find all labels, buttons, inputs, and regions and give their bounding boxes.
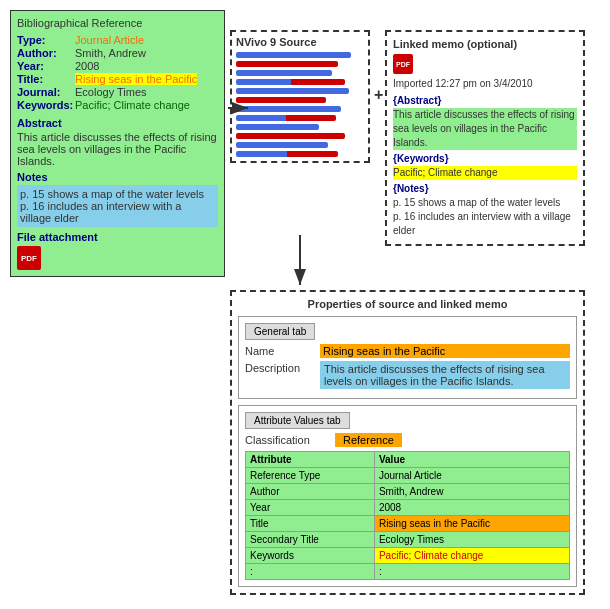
table-row: Reference TypeJournal Article	[246, 468, 570, 484]
type-value: Journal Article	[75, 34, 144, 46]
notes-line1: p. 15 shows a map of the water levels	[20, 188, 215, 200]
nvivo-line-4	[236, 79, 345, 85]
attr-cell: Keywords	[246, 548, 375, 564]
name-label: Name	[245, 344, 320, 357]
attr-col-header: Attribute	[246, 452, 375, 468]
nvivo-line-9	[236, 124, 319, 130]
main-container: Bibliographical Reference Type: Journal …	[0, 0, 610, 609]
value-cell: Rising seas in the Pacific	[374, 516, 569, 532]
classification-badge: Reference	[335, 433, 402, 447]
biblio-year-row: Year: 2008	[17, 60, 218, 72]
value-cell: :	[374, 564, 569, 580]
author-value: Smith, Andrew	[75, 47, 146, 59]
attr-cell: Title	[246, 516, 375, 532]
name-value: Rising seas in the Pacific	[320, 344, 570, 358]
memo-pdf-icon: PDF	[393, 54, 413, 74]
year-label: Year:	[17, 60, 75, 72]
name-row: Name Rising seas in the Pacific	[245, 344, 570, 358]
memo-notes-line1: p. 15 shows a map of the water levels	[393, 196, 577, 210]
type-label: Type:	[17, 34, 75, 46]
nvivo-line-11	[236, 142, 328, 148]
nvivo-line-10	[236, 133, 345, 139]
attr-cell: Secondary Title	[246, 532, 375, 548]
notes-label: Notes	[17, 171, 218, 183]
journal-label: Journal:	[17, 86, 75, 98]
value-cell: Journal Article	[374, 468, 569, 484]
nvivo-line-1	[236, 52, 351, 58]
biblio-fields: Type: Journal Article Author: Smith, And…	[17, 34, 218, 111]
description-label: Description	[245, 361, 320, 374]
linked-memo-title: Linked memo (optional)	[393, 38, 577, 50]
attr-section: Attribute Values tab Classification Refe…	[238, 405, 577, 587]
nvivo-title: NVivo 9 Source	[236, 36, 364, 48]
memo-abstract-text: This article discusses the effects of ri…	[393, 108, 577, 150]
value-cell: Pacific; Climate change	[374, 548, 569, 564]
table-row: AuthorSmith, Andrew	[246, 484, 570, 500]
attr-table: Attribute Value Reference TypeJournal Ar…	[245, 451, 570, 580]
table-row: Secondary TitleEcology Times	[246, 532, 570, 548]
nvivo-box: NVivo 9 Source	[230, 30, 370, 163]
svg-text:+: +	[374, 86, 383, 103]
table-row: ::	[246, 564, 570, 580]
abstract-text: This article discusses the effects of ri…	[17, 131, 218, 167]
memo-notes-section: {Notes}	[393, 182, 577, 196]
keywords-value: Pacific; Climate change	[75, 99, 190, 111]
value-cell: 2008	[374, 500, 569, 516]
biblio-title-row: Title: Rising seas in the Pacific	[17, 73, 218, 85]
attr-cell: :	[246, 564, 375, 580]
table-row: KeywordsPacific; Climate change	[246, 548, 570, 564]
nvivo-line-2	[236, 61, 338, 67]
value-cell: Smith, Andrew	[374, 484, 569, 500]
nvivo-line-3	[236, 70, 332, 76]
properties-box: Properties of source and linked memo Gen…	[230, 290, 585, 595]
title-value: Rising seas in the Pacific	[75, 73, 197, 85]
nvivo-lines	[236, 52, 364, 157]
classification-label: Classification	[245, 434, 335, 446]
biblio-type-row: Type: Journal Article	[17, 34, 218, 46]
pdf-icon: PDF	[17, 246, 41, 270]
memo-notes-line2: p. 16 includes an interview with a villa…	[393, 210, 577, 238]
biblio-box: Bibliographical Reference Type: Journal …	[10, 10, 225, 277]
title-label: Title:	[17, 73, 75, 85]
notes-text: p. 15 shows a map of the water levels p.…	[17, 185, 218, 227]
nvivo-line-7	[236, 106, 341, 112]
memo-abstract-section: {Abstract}	[393, 94, 577, 108]
memo-keywords-text: Pacific; Climate change	[393, 166, 577, 180]
file-label: File attachment	[17, 231, 218, 243]
biblio-title: Bibliographical Reference	[17, 17, 218, 29]
nvivo-line-5	[236, 88, 349, 94]
attr-cell: Reference Type	[246, 468, 375, 484]
nvivo-line-8	[236, 115, 336, 121]
memo-content: Imported 12:27 pm on 3/4/2010 {Abstract}…	[393, 77, 577, 238]
nvivo-line-6	[236, 97, 326, 103]
keywords-label: Keywords:	[17, 99, 75, 111]
biblio-author-row: Author: Smith, Andrew	[17, 47, 218, 59]
memo-date: Imported 12:27 pm on 3/4/2010	[393, 77, 577, 91]
table-row: Year2008	[246, 500, 570, 516]
abstract-label: Abstract	[17, 117, 218, 129]
year-value: 2008	[75, 60, 99, 72]
linked-memo-box: Linked memo (optional) PDF Imported 12:2…	[385, 30, 585, 246]
table-row: TitleRising seas in the Pacific	[246, 516, 570, 532]
biblio-journal-row: Journal: Ecology Times	[17, 86, 218, 98]
biblio-keywords-row: Keywords: Pacific; Climate change	[17, 99, 218, 111]
classification-row: Classification Reference	[245, 433, 570, 447]
journal-value: Ecology Times	[75, 86, 147, 98]
general-tab-section: General tab Name Rising seas in the Paci…	[238, 316, 577, 399]
attr-tab-button[interactable]: Attribute Values tab	[245, 412, 350, 429]
nvivo-line-12	[236, 151, 338, 157]
properties-title: Properties of source and linked memo	[238, 298, 577, 310]
notes-line2: p. 16 includes an interview with a villa…	[20, 200, 215, 224]
general-tab-button[interactable]: General tab	[245, 323, 315, 340]
description-row: Description This article discusses the e…	[245, 361, 570, 389]
attr-cell: Author	[246, 484, 375, 500]
value-col-header: Value	[374, 452, 569, 468]
attr-cell: Year	[246, 500, 375, 516]
author-label: Author:	[17, 47, 75, 59]
value-cell: Ecology Times	[374, 532, 569, 548]
memo-keywords-section: {Keywords}	[393, 152, 577, 166]
description-value: This article discusses the effects of ri…	[320, 361, 570, 389]
